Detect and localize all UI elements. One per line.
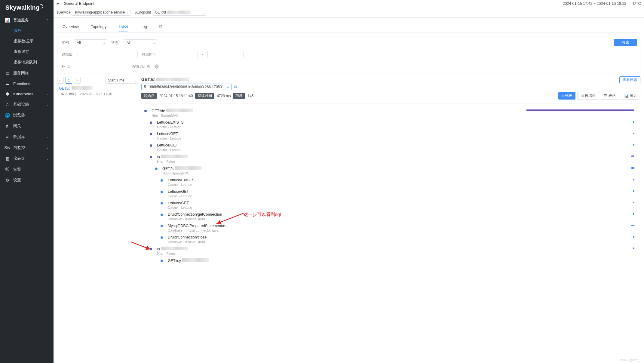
instance-select[interactable]: All (74, 39, 107, 46)
alert-icon: ⓪ (5, 167, 10, 172)
sidebar-item-sw[interactable]: Sw自监控⌄ (0, 142, 54, 153)
view-log-button[interactable]: 查看日志 (619, 76, 640, 83)
traceid-select[interactable]: 5118f6b5d3d942eb9f09df61e3cbfcb0.266.170… (141, 84, 232, 90)
sidebar-item-cloud[interactable]: ☁Functions (0, 78, 54, 89)
tab-overview[interactable]: Overview (63, 21, 79, 32)
sidebar-subitem[interactable]: 虚拟数据库 (0, 36, 54, 47)
span-name: Druid/Connection/getConnection (168, 212, 222, 217)
blurred-text (161, 155, 188, 158)
sidebar-label: 数据库 (13, 134, 25, 140)
k8s-icon: ⬢ (5, 91, 10, 96)
time-range[interactable]: 2024-01-15 17:42 ~ 2024-01-15 18:12 (563, 2, 627, 6)
span-name: /s (157, 247, 188, 251)
chevron-icon: ⌄ (46, 92, 49, 96)
tab-copy[interactable]: ⧉ (159, 21, 162, 32)
span-component: Cache - Lettuce (157, 148, 181, 152)
span-row[interactable]: GET:/sy (141, 257, 640, 265)
span-name: GET:/de (152, 109, 193, 113)
service-selector[interactable]: skywalking-applications-service (72, 9, 130, 16)
span-row[interactable]: Lettuce/GETCache - Lettuce (141, 130, 640, 142)
gateway-icon: ⋔ (5, 124, 10, 128)
view-list-button[interactable]: ≡ 列表 (558, 92, 575, 100)
endpoint-label: $Endpoint (135, 10, 151, 14)
span-name: Lettuce/GET (157, 132, 181, 136)
span-row[interactable]: Lettuce/GETCache - Lettuce (141, 199, 640, 211)
sidebar-item-chart[interactable]: 📊普通服务⌃ (0, 15, 54, 26)
span-row[interactable]: Lettuce/GETCache - Lettuce (141, 188, 640, 199)
view-tree-button[interactable]: ⌬ 树结构 (577, 92, 599, 100)
duration-max-input[interactable] (207, 51, 244, 58)
span-row[interactable]: Lettuce/EXISTSCache - Lettuce (141, 119, 640, 130)
content: OverviewTopologyTraceLog⧉ 实例: All 状态: Al… (54, 18, 644, 363)
span-row[interactable]: GET:/deHttp - SpringMVC (141, 107, 640, 119)
sidebar-subitem[interactable]: 虚拟缓存 (0, 47, 54, 57)
sidebar-item-alert[interactable]: ⓪告警 (0, 164, 54, 175)
view-table-label: 表格 (609, 93, 616, 98)
span-dot-icon (161, 236, 163, 239)
endpoint-value: GET:/d (155, 10, 166, 14)
sidebar-item-infra[interactable]: ∴基础设施⌄ (0, 99, 54, 110)
sidebar-item-k8s[interactable]: ⬢Kubernetes⌄ (0, 89, 54, 99)
spancount-value: 145 (247, 94, 253, 98)
sidebar-item-globe[interactable]: 🌐浏览器 (0, 110, 54, 121)
span-duration-bar (633, 248, 634, 249)
span-row[interactable]: Lettuce/EXISTSCache - Lettuce (141, 177, 640, 188)
span-row[interactable]: Druid/Connection/getConnectionUnknown - … (141, 211, 640, 222)
sidebar-item-dash[interactable]: ▦仪表盘⌄ (0, 153, 54, 164)
view-stats-button[interactable]: 📊 统计 (621, 92, 640, 100)
copy-icon[interactable]: ⧉ (234, 85, 237, 89)
span-row[interactable]: Druid/Connection/closeUnknown - AlibabaD… (141, 234, 640, 245)
span-dot-icon (161, 225, 163, 227)
pager-next[interactable]: > (74, 77, 81, 84)
search-button[interactable]: 搜索 (614, 39, 637, 46)
sidebar-item-db[interactable]: ≡数据库⌄ (0, 131, 54, 142)
tags-label: 标记: (62, 64, 70, 69)
tags-input[interactable] (74, 63, 128, 70)
brand-text: Skywalking (5, 4, 40, 11)
blurred-text (156, 78, 189, 81)
endpoint-selector[interactable]: GET:/d (152, 9, 206, 16)
chevron-icon: ⌄ (46, 103, 49, 106)
span-row[interactable]: Lettuce/GETCache - Lettuce (141, 142, 640, 153)
help-icon[interactable]: ? (155, 64, 159, 69)
selector-row: $Service skywalking-applications-service… (54, 7, 644, 18)
span-dot-icon (150, 248, 152, 250)
span-row[interactable]: GET:/sHttp - SpringMVC (141, 165, 640, 177)
span-name: Druid/Connection/close (168, 235, 207, 239)
span-component: Cache - Lettuce (168, 206, 192, 209)
span-row[interactable]: Mysql/JDBC/PreparedStatement/e...Databas… (141, 222, 640, 234)
span-row[interactable]: /sHttp - Feign (141, 153, 640, 165)
sidebar-subitem[interactable]: 服务 (0, 26, 54, 36)
tab-log[interactable]: Log (140, 21, 147, 32)
sidebar-item-mesh[interactable]: ▤服务网格⌄ (0, 68, 54, 78)
dash-icon: ▦ (5, 156, 10, 161)
sidebar-label: 服务网格 (13, 70, 29, 76)
trace-list-item[interactable]: GET:/d 4729 ms 2024-01-15 18:11:40 (57, 84, 138, 98)
sort-select[interactable]: Start Time (105, 77, 138, 84)
pager-prev[interactable]: < (57, 77, 64, 84)
span-duration-bar (633, 133, 634, 134)
chevron-icon: ⌄ (46, 135, 49, 139)
sidebar-label: 自监控 (13, 145, 25, 150)
status-select[interactable]: All (124, 39, 157, 46)
vocab-link[interactable]: 配置词汇页 (132, 64, 150, 69)
view-table-button[interactable]: ☰ 表格 (601, 92, 619, 100)
duration-min-input[interactable] (162, 51, 198, 58)
collapse-icon[interactable]: ≡ (57, 1, 61, 6)
tab-trace[interactable]: Trace (118, 21, 128, 32)
sidebar-subitem[interactable]: 虚拟消息队列 (0, 57, 54, 68)
status-label: 状态: (111, 40, 119, 45)
tab-topology[interactable]: Topology (91, 21, 106, 32)
duration-badge: 持续时间 (195, 93, 214, 99)
traceid-input[interactable] (78, 51, 138, 58)
sidebar-label: 仪表盘 (13, 156, 25, 161)
pager-current[interactable]: 1 (66, 77, 72, 84)
sidebar-item-gear[interactable]: ⚙设置 (0, 175, 54, 186)
instance-label: 实例: (62, 40, 70, 45)
filter-panel: 实例: All 状态: All 追踪ID: 持续时间: - 标记: 配置词汇页 … (57, 36, 640, 73)
globe-icon: 🌐 (5, 113, 10, 118)
sidebar-item-gateway[interactable]: ⋔网关⌄ (0, 121, 54, 131)
status-value: All (127, 41, 130, 45)
span-dot-icon (161, 260, 163, 262)
span-row[interactable]: /sHttp - Feign (141, 245, 640, 257)
